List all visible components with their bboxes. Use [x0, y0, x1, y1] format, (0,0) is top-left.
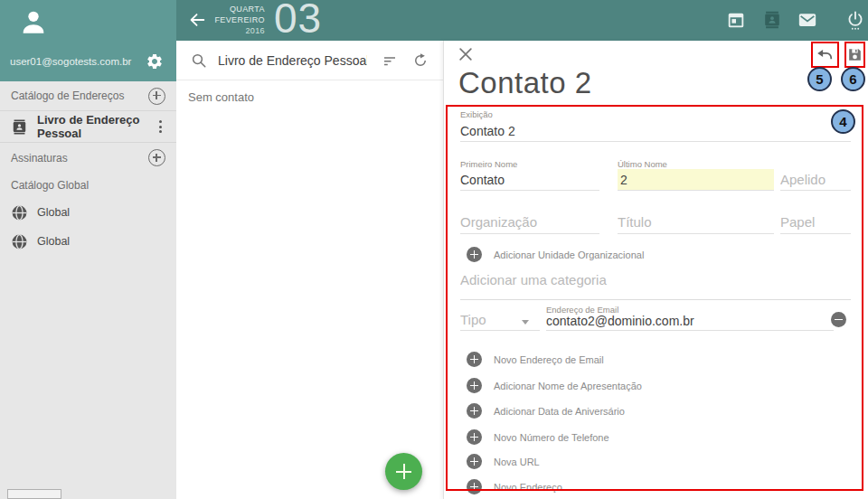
undo-icon[interactable]	[816, 46, 834, 63]
contacts-app-icon[interactable]	[762, 10, 782, 30]
ultimo-nome-field[interactable]	[618, 169, 774, 191]
save-annotation-box	[844, 42, 865, 68]
add-unidade-organizacional-button[interactable]: Adicionar Unidade Organizacional	[467, 247, 644, 262]
sidebar-item-global-1[interactable]: Global	[0, 198, 176, 227]
close-icon[interactable]	[457, 45, 475, 63]
add-button-label: Novo Endereço de Email	[494, 354, 604, 365]
date-day: 03	[274, 0, 322, 42]
logout-power-icon[interactable]	[845, 10, 865, 30]
contact-editor-panel: 5 6 4 Contato 2 Exibição Primeiro Nome Ú…	[443, 41, 868, 499]
sidebar-item-label: Global	[37, 235, 70, 248]
add-addressbook-icon[interactable]	[148, 88, 165, 105]
add-telefone-button[interactable]: Novo Número de Telefone	[467, 429, 609, 445]
sidebar-item-catalogo-global: Catálogo Global	[0, 173, 176, 198]
plus-circle-icon	[467, 247, 482, 262]
date-block: QUARTA FEVEREIRO 2016	[209, 4, 265, 36]
globe-icon	[11, 233, 28, 250]
add-button-label: Adicionar Unidade Organizacional	[494, 250, 644, 260]
plus-circle-icon	[467, 378, 482, 393]
plus-circle-icon	[467, 403, 482, 419]
add-email-button[interactable]: Novo Endereço de Email	[467, 352, 604, 367]
add-button-label: Novo Número de Telefone	[494, 432, 609, 443]
mail-app-icon[interactable]	[797, 10, 817, 30]
plus-circle-icon	[467, 429, 482, 445]
sidebar-item-label: Global	[37, 206, 70, 219]
add-data-aniversario-button[interactable]: Adicionar Data de Aniversário	[467, 403, 625, 419]
contact-list-panel: Sem contato	[176, 41, 443, 499]
add-url-button[interactable]: Nova URL	[467, 454, 540, 469]
save-icon[interactable]	[846, 46, 863, 63]
add-subscription-icon[interactable]	[148, 149, 165, 166]
browser-status-popup	[7, 489, 61, 499]
empty-list-message: Sem contato	[188, 90, 254, 104]
add-button-label: Adicionar Data de Aniversário	[494, 406, 625, 417]
sidebar-item-assinaturas[interactable]: Assinaturas	[0, 143, 176, 173]
categoria-field[interactable]	[460, 268, 851, 292]
sidebar-item-label: Assinaturas	[11, 152, 68, 165]
sidebar-item-label: Catálogo Global	[11, 179, 89, 192]
sidebar-item-livro-endereco-pessoal[interactable]: Livro de Endereço Pessoal	[0, 111, 176, 143]
section-divider	[460, 299, 851, 300]
organizacao-field[interactable]	[460, 211, 599, 234]
sidebar-item-global-2[interactable]: Global	[0, 227, 176, 256]
chevron-down-icon[interactable]	[522, 320, 529, 325]
exibicao-field[interactable]	[460, 120, 851, 142]
date-year: 2016	[209, 25, 265, 36]
date-month: FEVEREIRO	[209, 14, 265, 25]
remove-email-icon[interactable]	[831, 312, 846, 327]
field-label-exibicao: Exibição	[460, 109, 493, 119]
account-email: user01@sogotests.com.br	[10, 56, 146, 67]
back-arrow-icon[interactable]	[187, 10, 207, 30]
top-bar: QUARTA FEVEREIRO 2016 03	[176, 0, 868, 41]
search-toolbar	[176, 41, 443, 80]
annotation-callout-6: 6	[841, 67, 865, 91]
add-nome-apresentacao-button[interactable]: Adicionar Nome de Apresentação	[467, 378, 642, 393]
sidebar-account-block: user01@sogotests.com.br	[0, 0, 176, 81]
plus-circle-icon	[467, 352, 482, 367]
settings-gear-icon[interactable]	[146, 52, 164, 71]
user-avatar-icon	[18, 6, 49, 37]
undo-annotation-box	[811, 42, 839, 68]
annotation-callout-5: 5	[807, 67, 832, 91]
apelido-field[interactable]	[780, 169, 851, 191]
calendar-app-icon[interactable]	[726, 10, 746, 30]
address-book-icon	[11, 118, 28, 136]
refresh-icon[interactable]	[412, 52, 429, 69]
papel-field[interactable]	[780, 211, 851, 234]
add-button-label: Adicionar Nome de Apresentação	[494, 381, 642, 391]
add-button-label: Nova URL	[494, 457, 540, 467]
search-icon[interactable]	[191, 52, 207, 69]
globe-icon	[11, 204, 28, 221]
sidebar-item-label: Livro de Endereço Pessoal	[37, 113, 156, 140]
contact-title: Contato 2	[458, 66, 592, 100]
addressbook-menu-icon[interactable]	[156, 118, 165, 135]
sidebar-item-catalogo-enderecos[interactable]: Catálogo de Endereços	[0, 81, 176, 111]
primeiro-nome-field[interactable]	[460, 169, 599, 191]
sidebar-item-label: Catálogo de Endereços	[11, 89, 124, 102]
sidebar: user01@sogotests.com.br Catálogo de Ende…	[0, 0, 176, 499]
sidebar-list: Catálogo de Endereços Livro de Endereço …	[0, 81, 176, 256]
sort-icon[interactable]	[382, 52, 398, 69]
add-endereco-button[interactable]: Novo Endereço	[467, 479, 562, 494]
new-contact-fab-button[interactable]	[385, 453, 422, 490]
plus-circle-icon	[467, 479, 482, 494]
search-input[interactable]	[218, 53, 367, 68]
app-root: user01@sogotests.com.br Catálogo de Ende…	[0, 0, 868, 499]
field-label-ultimo-nome: Último Nome	[618, 159, 667, 169]
plus-circle-icon	[467, 454, 482, 469]
date-weekday: QUARTA	[209, 4, 265, 14]
add-button-label: Novo Endereço	[494, 482, 562, 493]
account-row: user01@sogotests.com.br	[0, 42, 176, 81]
titulo-field[interactable]	[618, 211, 774, 234]
annotation-callout-4: 4	[831, 109, 855, 134]
field-label-primeiro-nome: Primeiro Nome	[460, 159, 517, 169]
email-field[interactable]	[546, 312, 834, 331]
